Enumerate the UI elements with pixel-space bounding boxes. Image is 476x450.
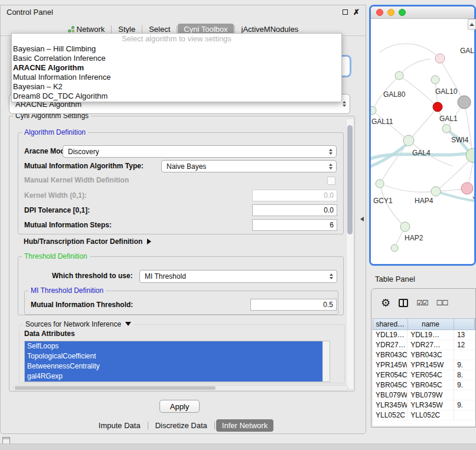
table-panel-title: Table Panel xyxy=(375,275,415,283)
scrollbar-thumb[interactable] xyxy=(15,386,216,390)
table-row[interactable]: YDL19…YDL19…13 xyxy=(373,330,475,340)
table-row[interactable]: YER054CYER054C8. xyxy=(373,370,475,380)
network-node[interactable] xyxy=(391,244,398,252)
table-cell: YPR145W xyxy=(407,360,454,370)
which-threshold-value: MI Threshold xyxy=(145,272,327,281)
table-row[interactable]: YLR345WYLR345W9. xyxy=(373,400,475,410)
network-node[interactable] xyxy=(400,222,410,231)
settings-horizontal-scrollbar[interactable] xyxy=(13,385,348,391)
hub-definition-toggle[interactable]: Hub/Transcription Factor Definition xyxy=(24,237,151,246)
table-row[interactable]: YLL052CYLL052C xyxy=(373,410,475,420)
network-node[interactable] xyxy=(435,54,445,63)
table-cell: YDR27… xyxy=(373,340,407,350)
mi-type-combobox[interactable]: Naive Bayes xyxy=(161,160,337,172)
which-threshold-combobox[interactable]: MI Threshold xyxy=(139,270,337,283)
columns-icon[interactable] xyxy=(399,299,408,307)
table-panel-window: ⚙ ☑☑ ☐☐ shared…name YDL19…YDL19…13YDR27…… xyxy=(371,288,476,428)
attribute-item-selfloops[interactable]: SelfLoops xyxy=(25,341,322,351)
dpi-tolerance-label: DPI Tolerance [0,1]: xyxy=(24,204,90,217)
mi-steps-label: Mutual Information Steps: xyxy=(24,219,112,231)
network-node[interactable] xyxy=(431,76,439,84)
table-cell: YBR045C xyxy=(407,380,454,390)
stepper-icon xyxy=(327,149,335,155)
menu-item-basic-correlation-inference[interactable]: Basic Correlation Inference xyxy=(12,54,341,63)
mi-threshold-field[interactable] xyxy=(250,299,337,311)
scrollbar-up-arrow[interactable] xyxy=(468,19,476,30)
tab-label: jActiveMNodules xyxy=(242,25,299,34)
cyni-algorithm-settings-group: Cyni Algorithm Settings Algorithm Defini… xyxy=(9,116,355,392)
attribute-item-betweennesscentrality[interactable]: BetweennessCentrality xyxy=(25,361,322,371)
scrollbar-thumb[interactable] xyxy=(347,125,353,234)
column-header-shared-[interactable]: shared… xyxy=(373,319,408,330)
which-threshold-label: Which threshold to use: xyxy=(52,270,133,282)
column-header-extra[interactable] xyxy=(454,319,475,330)
hide-columns-icon[interactable]: ☐☐ xyxy=(436,299,448,307)
menu-item-bayesian-hill-climbing[interactable]: Bayesian – Hill Climbing xyxy=(12,44,341,54)
node-label-hap4: HAP4 xyxy=(415,197,433,205)
tab-infer-network[interactable]: Infer Network xyxy=(216,419,273,432)
mi-steps-field[interactable] xyxy=(252,219,337,231)
tab-label: Select xyxy=(149,25,170,34)
apply-button[interactable]: Apply xyxy=(159,400,200,413)
table-cell: YBL079W xyxy=(373,390,407,400)
zoom-traffic-light-icon[interactable] xyxy=(399,9,406,16)
menu-item-mutual-information-inference[interactable]: Mutual Information Inference xyxy=(12,73,341,82)
network-node[interactable] xyxy=(442,125,451,133)
table-cell: 9. xyxy=(454,380,475,390)
aracne-mode-combobox[interactable]: Discovery xyxy=(63,145,337,158)
network-edge xyxy=(380,44,440,58)
node-label-y: Y xyxy=(472,195,474,204)
network-view-window: GAL80GAL10GAL11GAL1SWI4GAL4GCY1HAP4HAP2G… xyxy=(369,5,476,266)
network-node[interactable] xyxy=(431,187,441,196)
algorithm-dropdown-menu: Select algorithm to view settings Bayesi… xyxy=(11,33,342,102)
table-row[interactable]: YPR145WYPR145W9. xyxy=(373,360,475,370)
gear-icon[interactable]: ⚙ xyxy=(381,298,390,308)
network-node[interactable] xyxy=(403,135,414,146)
menu-item-dream8-dc-tdc-algorithm[interactable]: Dream8 DC_TDC Algorithm xyxy=(12,92,341,101)
node-label-gal4: GAL4 xyxy=(412,149,431,157)
list-scrollbar[interactable] xyxy=(322,341,330,381)
network-node[interactable] xyxy=(433,102,442,112)
network-node[interactable] xyxy=(395,71,403,80)
splitter-collapse-icon[interactable] xyxy=(360,217,364,221)
table-row[interactable]: YBL079WYBL079W xyxy=(373,390,475,400)
mi-threshold-group: MI Threshold Definition Mutual Informati… xyxy=(24,291,338,315)
table-cell: 8. xyxy=(454,370,475,380)
table-row[interactable]: YDR27…YDR27…12 xyxy=(373,340,475,350)
attribute-item-gal4rgexp[interactable]: gal4RGexp xyxy=(25,371,322,381)
network-canvas[interactable]: GAL80GAL10GAL11GAL1SWI4GAL4GCY1HAP4HAP2G… xyxy=(371,19,474,264)
attribute-item-topologicalcoefficient[interactable]: TopologicalCoefficient xyxy=(25,351,322,361)
kernel-width-field[interactable] xyxy=(252,190,337,201)
expanded-arrow-icon xyxy=(125,322,131,326)
control-panel-titlebar: Control Panel ✗ xyxy=(1,5,366,18)
network-node[interactable] xyxy=(461,182,473,194)
node-label-hap2: HAP2 xyxy=(405,234,423,242)
table-cell: YLR345W xyxy=(407,400,454,410)
minimize-traffic-light-icon[interactable] xyxy=(387,9,395,16)
float-window-icon[interactable] xyxy=(343,9,348,15)
table-row[interactable]: YBR043CYBR043C xyxy=(373,350,475,360)
table-row[interactable]: YBR045CYBR045C9. xyxy=(373,380,475,390)
settings-vertical-scrollbar[interactable] xyxy=(346,119,353,389)
menu-item-bayesian-k2[interactable]: Bayesian – K2 xyxy=(12,82,341,92)
show-columns-icon[interactable]: ☑☑ xyxy=(416,299,428,307)
manual-kernel-checkbox[interactable] xyxy=(327,177,335,185)
tab-impute-data[interactable]: Impute Data xyxy=(93,419,146,432)
table-cell: YLL052C xyxy=(373,410,407,420)
network-edge xyxy=(380,184,435,192)
network-edge xyxy=(399,59,430,76)
menu-item-aracne-algorithm[interactable]: ARACNE Algorithm xyxy=(12,63,341,73)
stepper-icon xyxy=(327,164,335,169)
tab-label: Cyni Toolbox xyxy=(184,25,227,34)
network-node[interactable] xyxy=(371,106,376,115)
column-header-name[interactable]: name xyxy=(408,319,454,330)
close-traffic-light-icon[interactable] xyxy=(376,9,383,16)
tab-discretize-data[interactable]: Discretize Data xyxy=(149,419,213,432)
table-cell xyxy=(454,390,475,400)
sources-toggle[interactable]: Sources for Network Inference xyxy=(23,320,133,328)
network-node[interactable] xyxy=(376,180,384,188)
network-node[interactable] xyxy=(458,96,471,109)
close-icon[interactable]: ✗ xyxy=(353,8,360,16)
dpi-tolerance-field[interactable] xyxy=(252,204,337,216)
algorithm-definition-title: Algorithm Definition xyxy=(22,128,88,136)
